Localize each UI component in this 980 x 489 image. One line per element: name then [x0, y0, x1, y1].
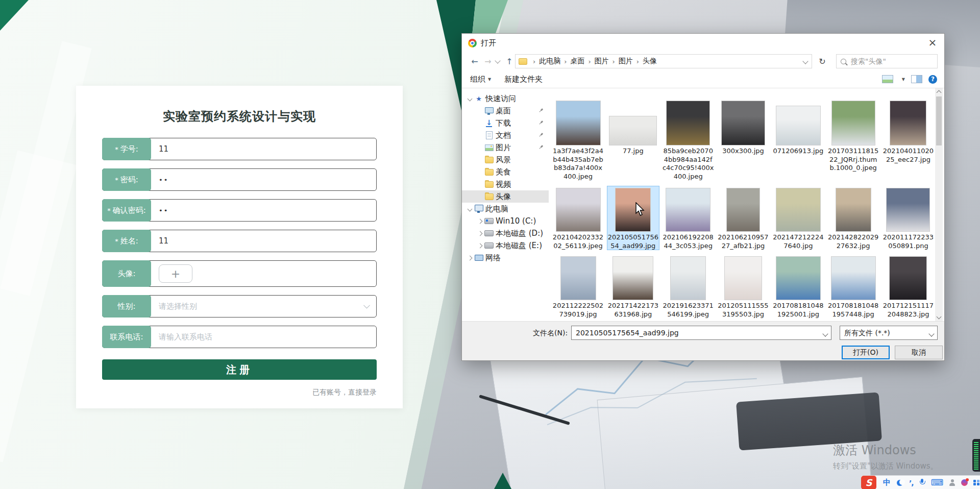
file-item[interactable]: 1a3f7ae43f2a4b44b435ab7ebb83da7a!400x400… — [552, 92, 604, 181]
dialog-titlebar[interactable]: 打开 × — [462, 34, 944, 52]
file-item[interactable]: 20214282202927632.jpg — [827, 186, 879, 250]
person-icon[interactable] — [949, 479, 955, 486]
recent-locations-chevron-icon[interactable] — [495, 58, 500, 63]
file-item[interactable]: 20210619220844_3c053.jpeg — [662, 186, 715, 250]
breadcrumb-item[interactable]: 图片 — [595, 57, 609, 66]
up-button[interactable]: ↑ — [503, 57, 516, 66]
file-row: 20210420233202_56119.jpeg20210505175654_… — [551, 186, 936, 250]
file-item[interactable]: 202011172233050891.png — [882, 186, 935, 250]
gender-field[interactable]: 请选择性别 — [159, 296, 359, 317]
preview-pane-icon[interactable] — [911, 75, 922, 83]
file-type-select[interactable]: 所有文件 (*.*) — [840, 326, 938, 340]
skin-icon[interactable] — [961, 479, 968, 486]
phone-row: 联系电话:请输入联系电话 — [102, 326, 377, 348]
open-button[interactable]: 打开(O) — [842, 346, 890, 359]
forward-button[interactable]: → — [481, 57, 495, 66]
breadcrumb-item[interactable]: 图片 — [619, 57, 633, 66]
student-id-field[interactable]: 11 — [159, 138, 359, 160]
sidebar-item-Win10 (C:)[interactable]: Win10 (C:) — [462, 215, 549, 227]
vertical-scrollbar[interactable] — [935, 88, 943, 321]
sidebar-item-图片[interactable]: 图片 — [462, 141, 549, 154]
file-item[interactable]: 2017121511172048823.jpg — [882, 254, 935, 319]
file-item[interactable]: 20210401102025_eec27.jpg — [882, 92, 935, 181]
file-thumbnail — [886, 188, 930, 232]
view-caret-icon[interactable]: ▼ — [902, 77, 905, 82]
sidebar-item-本地磁盘 (D:)[interactable]: 本地磁盘 (D:) — [462, 227, 549, 239]
thumbnail-zone — [552, 92, 604, 145]
refresh-button[interactable]: ↻ — [815, 57, 829, 66]
back-button[interactable]: ← — [468, 57, 481, 66]
login-link[interactable]: 已有账号，直接登录 — [102, 388, 377, 397]
register-button[interactable]: 注册 — [102, 359, 377, 380]
file-name-combo[interactable] — [571, 326, 831, 340]
file-item[interactable]: 2012051115553195503.jpg — [717, 254, 769, 319]
file-item[interactable]: 20210420233202_56119.jpeg — [552, 186, 604, 250]
file-item[interactable]: 202112222502739019.jpg — [552, 254, 604, 319]
help-button[interactable]: ? — [928, 75, 937, 84]
sidebar-item-桌面[interactable]: 桌面 — [462, 105, 549, 117]
file-name-input[interactable] — [572, 326, 820, 339]
search-icon — [841, 59, 846, 64]
microphone-icon[interactable] — [919, 479, 925, 486]
password-field[interactable]: •• — [159, 169, 359, 190]
search-input[interactable] — [850, 57, 928, 66]
keyboard-icon[interactable]: ⌨ — [931, 478, 944, 487]
file-item[interactable]: 300x300.jpg — [717, 92, 769, 181]
punctuation-icon[interactable]: ’, — [909, 479, 914, 487]
sidebar-item-快速访问[interactable]: ★快速访问 — [462, 92, 549, 105]
search-box[interactable] — [836, 54, 938, 68]
file-item[interactable]: 202171422173631968.jpg — [607, 254, 659, 319]
sidebar-item-网络[interactable]: 网络 — [462, 252, 549, 264]
file-item[interactable]: 20210621095727_afb21.jpg — [717, 186, 769, 250]
close-icon[interactable]: × — [921, 34, 944, 51]
sidebar-item-本地磁盘 (E:)[interactable]: 本地磁盘 (E:) — [462, 239, 549, 252]
file-item[interactable]: 2017081810481957448.jpg — [827, 254, 879, 319]
required-asterisk: * — [115, 145, 118, 153]
scroll-down-icon[interactable] — [937, 314, 942, 320]
name-field[interactable]: 11 — [159, 230, 359, 252]
sidebar-item-视频[interactable]: 视频 — [462, 178, 549, 190]
moon-icon[interactable] — [896, 479, 903, 486]
avatar-upload-button[interactable]: + — [159, 264, 192, 283]
file-name: 20210621095727_afb21.jpg — [717, 233, 769, 250]
expander-down-icon[interactable] — [466, 97, 474, 101]
phone-field[interactable]: 请输入联系电话 — [159, 326, 359, 348]
apps-grid-icon[interactable] — [973, 480, 979, 486]
file-item[interactable]: 202191623371546199.jpeg — [662, 254, 715, 319]
file-item[interactable]: 20170311181522_JQRrj.thumb.1000_0.jpeg — [827, 92, 879, 181]
chevron-down-icon — [468, 96, 473, 101]
sidebar-item-风景[interactable]: 风景 — [462, 154, 549, 166]
scroll-up-icon[interactable] — [937, 90, 942, 95]
breadcrumb-item[interactable]: 头像 — [643, 57, 657, 66]
file-item[interactable]: 77.jpg — [607, 92, 659, 181]
sidebar-item-下载[interactable]: ↓下载 — [462, 117, 549, 129]
file-item[interactable]: 85ba9ceb20704bb984aa142fc4c70c95!400x400… — [662, 92, 715, 181]
sidebar-item-此电脑[interactable]: 此电脑 — [462, 203, 549, 215]
disk-win-icon — [484, 218, 494, 224]
expander-right-icon[interactable] — [476, 219, 484, 223]
expander-down-icon[interactable] — [466, 207, 474, 211]
sidebar-item-文档[interactable]: 文档 — [462, 129, 549, 141]
scrollbar-thumb[interactable] — [936, 96, 942, 145]
expander-right-icon[interactable] — [466, 256, 474, 260]
file-item[interactable]: 071206913.jpg — [772, 92, 824, 181]
sidebar-item-美食[interactable]: 美食 — [462, 166, 549, 178]
file-item[interactable]: 2021472122247640.jpg — [772, 186, 824, 250]
breadcrumb-item[interactable]: 桌面 — [570, 57, 584, 66]
thumbnail-view-icon[interactable] — [882, 75, 893, 83]
sidebar-item-头像[interactable]: 头像 — [462, 190, 549, 203]
combo-chevron-icon[interactable] — [822, 331, 828, 336]
expander-right-icon[interactable] — [476, 244, 484, 248]
organize-menu[interactable]: 组织 ▼ — [470, 75, 491, 84]
breadcrumb-item[interactable]: 此电脑 — [539, 57, 560, 66]
expander-right-icon[interactable] — [476, 232, 484, 235]
cancel-button[interactable]: 取消 — [895, 346, 943, 359]
sogou-logo[interactable]: S — [861, 476, 876, 489]
new-folder-button[interactable]: 新建文件夹 — [504, 75, 543, 84]
confirm-password-field[interactable]: •• — [159, 200, 359, 221]
address-dropdown-chevron-icon[interactable] — [802, 58, 808, 64]
breadcrumb[interactable]: ›此电脑›桌面›图片›图片›头像 — [515, 54, 812, 68]
file-item[interactable]: 2017081810481925001.jpg — [772, 254, 824, 319]
chinese-mode-indicator[interactable]: 中 — [883, 478, 891, 487]
file-item[interactable]: 20210505175654_aad99.jpg — [607, 186, 659, 250]
